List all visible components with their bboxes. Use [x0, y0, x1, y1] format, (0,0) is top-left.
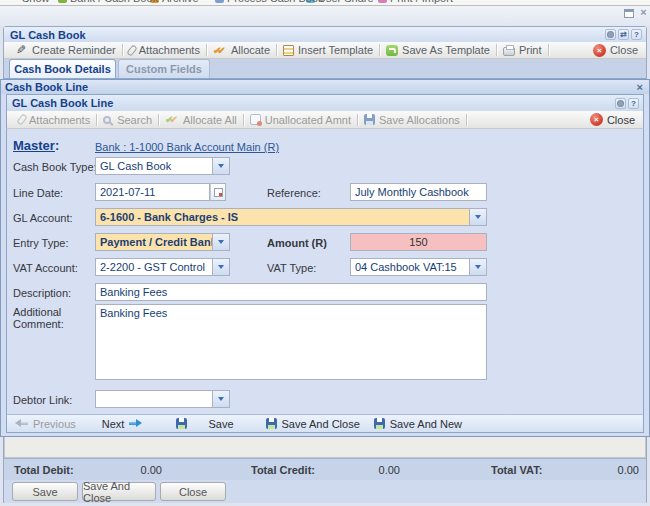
separator [548, 44, 549, 56]
allocate-all-button[interactable]: ✔✔ Allocate All [159, 114, 243, 126]
strip-item-process-cash-book[interactable]: Process Cash Book [227, 0, 324, 4]
chevron-down-icon[interactable] [470, 258, 487, 276]
floppy-icon [266, 418, 277, 429]
attachments-button[interactable]: Attachments [123, 44, 206, 56]
window-footer: Save Save And Close Close [4, 480, 646, 503]
help-icon[interactable]: ? [628, 98, 639, 109]
total-debit-value: 0.00 [110, 464, 162, 476]
cash-book-type-label: Cash Book Type: [13, 161, 97, 173]
vat-type-value: 04 Cashbook VAT:15 [350, 258, 470, 276]
help-icon[interactable]: ? [631, 29, 642, 40]
debtor-link-select[interactable] [95, 390, 230, 408]
strip-item-print-import[interactable]: Print / Import [390, 0, 453, 4]
chevron-down-icon[interactable] [213, 258, 230, 276]
amount-label: Amount (R) [267, 237, 327, 249]
description-input[interactable]: Banking Fees [95, 283, 487, 301]
chevron-down-icon[interactable] [213, 390, 230, 408]
save-as-template-button[interactable]: Save As Template [380, 44, 496, 56]
search-button[interactable]: Search [97, 114, 158, 126]
nav-save-and-close-button[interactable]: Save And Close [266, 418, 360, 430]
close-window-icon[interactable]: × [638, 6, 649, 18]
chevron-down-icon[interactable] [213, 157, 230, 175]
double-check-icon: ✔✔ [213, 45, 227, 56]
gl-cashbook-titlebar: GL Cash Book ⇄ ? [4, 27, 646, 42]
arrow-right-icon [129, 419, 142, 428]
debtor-link-value [95, 390, 213, 408]
gl-cashbook-toolbar: Create Reminder Attachments ✔✔ Allocate … [4, 42, 646, 59]
cash-book-type-select[interactable]: GL Cash Book [95, 157, 230, 175]
footer-close-button[interactable]: Close [160, 482, 226, 501]
gl-account-label: GL Account: [13, 212, 73, 224]
cashbook-grid-area [4, 437, 646, 458]
line-date-value: 2021-07-11 [95, 183, 210, 201]
total-credit-label: Total Credit: [251, 464, 315, 476]
gl-account-select[interactable]: 6-1600 - Bank Charges - IS [95, 208, 487, 226]
chevron-down-icon[interactable] [213, 233, 230, 251]
tab-custom-fields[interactable]: Custom Fields [118, 59, 210, 78]
amount-input[interactable]: 150 [350, 233, 487, 251]
previous-button[interactable]: Previous [15, 418, 76, 430]
strip-item-user-share[interactable]: User Share [318, 0, 374, 4]
strip-item-archive[interactable]: Archive [162, 0, 199, 4]
close-button[interactable]: × Close [587, 44, 640, 57]
vat-account-value: 2-2200 - GST Control [95, 258, 213, 276]
printer-icon [503, 47, 515, 56]
nav-save-and-new-button[interactable]: Save And New [374, 418, 462, 430]
cash-book-line-title: Cash Book Line [5, 81, 88, 93]
window-chrome-bar [0, 6, 650, 26]
gl-cash-book-line-header: GL Cash Book Line ? [6, 94, 644, 111]
strip-item-show[interactable]: Show [22, 0, 50, 4]
refresh-icon[interactable]: ⇄ [618, 29, 629, 40]
master-bank-link[interactable]: Bank : 1-1000 Bank Account Main (R) [95, 141, 279, 153]
floppy-icon [176, 418, 187, 429]
vat-type-select[interactable]: 04 Cashbook VAT:15 [350, 258, 487, 276]
next-button[interactable]: Next [102, 418, 143, 430]
tab-cash-book-details[interactable]: Cash Book Details [9, 59, 116, 78]
vat-account-select[interactable]: 2-2200 - GST Control [95, 258, 230, 276]
attachments-label: Attachments [139, 44, 200, 56]
print-button[interactable]: Print [497, 44, 548, 56]
line-dialog-toolbar: Attachments Search ✔✔ Allocate All Unall… [6, 111, 644, 129]
reference-value: July Monthly Cashbook [350, 183, 487, 201]
dialog-close-icon[interactable]: × [637, 82, 645, 93]
gl-cashbook-title: GL Cash Book [10, 29, 86, 41]
chevron-down-icon[interactable] [470, 208, 487, 226]
unallocated-amnt-button[interactable]: Unallocated Amnt [244, 114, 357, 126]
maximize-icon[interactable] [624, 9, 634, 18]
description-value: Banking Fees [95, 283, 487, 301]
line-date-input[interactable]: 2021-07-11 [95, 183, 226, 201]
insert-template-button[interactable]: Insert Template [277, 44, 379, 56]
gear-icon[interactable] [615, 98, 626, 109]
floppy-icon [374, 418, 385, 429]
save-button[interactable]: Save [12, 482, 78, 501]
next-label: Next [102, 418, 125, 430]
double-check-icon: ✔✔ [165, 114, 179, 125]
allocate-button[interactable]: ✔✔ Allocate [207, 44, 276, 56]
calendar-icon[interactable] [210, 183, 226, 201]
gear-icon[interactable] [605, 29, 616, 40]
paperclip-icon [126, 44, 138, 56]
process-cashbook-icon [215, 0, 224, 3]
gl-account-value: 6-1600 - Bank Charges - IS [95, 208, 470, 226]
allocate-all-label: Allocate All [183, 114, 237, 126]
additional-comment-label: Additional Comment: [13, 306, 75, 330]
app-canvas: Show Bank / Cash Book Archive Process Ca… [0, 0, 650, 506]
unallocated-icon [250, 114, 261, 125]
reference-input[interactable]: July Monthly Cashbook [350, 183, 487, 201]
previous-label: Previous [33, 418, 76, 430]
line-attachments-button[interactable]: Attachments [13, 114, 96, 126]
nav-save-button[interactable]: Save [176, 418, 233, 430]
additional-comment-textarea[interactable]: Banking Fees [95, 304, 487, 380]
floppy-icon [364, 114, 375, 125]
template-icon [283, 45, 294, 56]
entry-type-select[interactable]: Payment / Credit Bank [95, 233, 230, 251]
create-reminder-button[interactable]: Create Reminder [10, 44, 122, 56]
save-and-close-button[interactable]: Save And Close [82, 482, 156, 501]
save-allocations-button[interactable]: Save Allocations [358, 114, 466, 126]
amount-value: 150 [350, 233, 487, 251]
total-credit-value: 0.00 [348, 464, 400, 476]
cash-book-type-value: GL Cash Book [95, 157, 213, 175]
search-label: Search [117, 114, 152, 126]
line-close-button[interactable]: × Close [584, 113, 637, 126]
strip-item-bank-cash-book[interactable]: Bank / Cash Book [70, 0, 158, 4]
